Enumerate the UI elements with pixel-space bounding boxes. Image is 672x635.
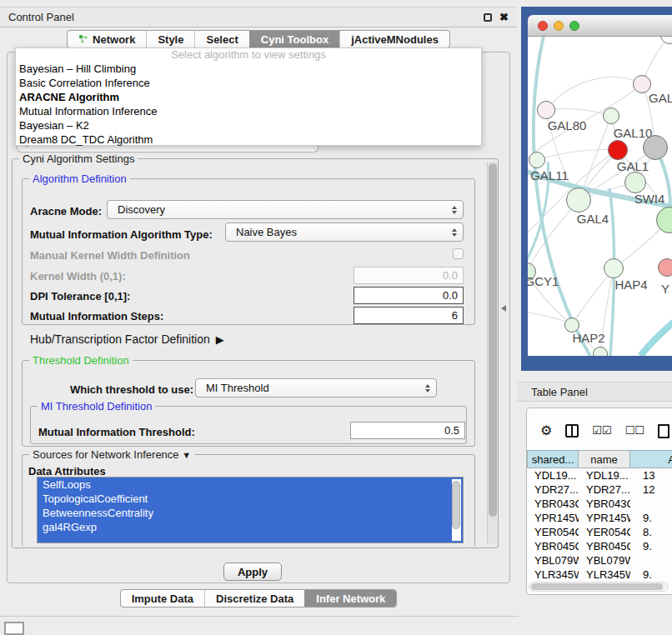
control-panel-title: Control Panel: [0, 11, 74, 23]
network-node-gal1[interactable]: [624, 172, 646, 193]
tab-select[interactable]: Select: [194, 31, 248, 48]
algorithm-option-bayesian-k2[interactable]: Bayesian – K2: [16, 118, 481, 132]
cell: YBR043C: [579, 498, 630, 510]
columns-icon[interactable]: [565, 424, 579, 438]
manual-kernel-checkbox[interactable]: [453, 248, 464, 259]
network-window-titlebar[interactable]: [528, 15, 672, 37]
tab-label: Infer Network: [316, 592, 385, 605]
attribute-list-overflow: [38, 534, 463, 542]
table-row[interactable]: YBR045CYBR045C9.: [527, 539, 672, 553]
splitter-collapse-icon[interactable]: [501, 305, 506, 312]
network-node-gal4[interactable]: [566, 188, 591, 212]
algorithm-option-bayesian-hill-climbing[interactable]: Bayesian – Hill Climbing: [16, 62, 481, 76]
zoom-button[interactable]: [569, 21, 579, 31]
tab-discretize-data[interactable]: Discretize Data: [204, 590, 304, 607]
which-threshold-value: MI Threshold: [206, 382, 269, 394]
dpi-tolerance-input[interactable]: [354, 287, 464, 304]
network-node-y[interactable]: [658, 258, 672, 277]
export-table-icon[interactable]: [658, 424, 669, 438]
deselect-all-icon[interactable]: ☐☐: [625, 424, 644, 438]
attribute-scrollbar-thumb[interactable]: [452, 481, 460, 529]
aracne-mode-select[interactable]: Discovery: [107, 200, 464, 219]
select-all-icon[interactable]: ☑☑: [592, 424, 611, 438]
tab-cyni-toolbox[interactable]: Cyni Toolbox: [249, 31, 339, 48]
table-row[interactable]: YBR043CYBR043C: [527, 497, 672, 511]
kernel-width-input[interactable]: [354, 267, 464, 284]
network-icon: [78, 34, 88, 44]
column-header-name[interactable]: name: [579, 450, 630, 468]
tab-infer-network[interactable]: Infer Network: [304, 590, 396, 607]
settings-scrollbar-thumb[interactable]: [489, 163, 497, 517]
chevron-right-icon: ▶: [216, 333, 224, 346]
close-panel-icon[interactable]: ✖: [499, 13, 509, 22]
cell: YBL079W: [527, 554, 579, 567]
network-canvas[interactable]: GALGAL80GAL10GAL11GAL1GAL4SWI4GCY1HAP4YH…: [528, 37, 672, 356]
algorithm-dropdown-popup: Select algorithm to view settings Bayesi…: [15, 48, 482, 146]
stepper-arrows-icon: [452, 206, 457, 214]
algorithm-definition-title: Algorithm Definition: [29, 172, 130, 185]
table-row[interactable]: YBL079WYBL079W: [527, 553, 672, 568]
tab-label: Network: [93, 33, 135, 46]
attribute-list-scrollbar[interactable]: [452, 479, 461, 541]
network-node-gal10[interactable]: [603, 108, 619, 124]
sources-group-title[interactable]: Sources for Network Inference ▼: [29, 448, 194, 461]
float-panel-icon[interactable]: [484, 13, 492, 22]
tab-style[interactable]: Style: [146, 31, 194, 48]
tab-impute-data[interactable]: Impute Data: [121, 590, 204, 607]
table-row[interactable]: YPR145WYPR145W9.: [527, 511, 672, 525]
table-row[interactable]: YDL19...YDL19...13: [527, 468, 672, 482]
tab-jactivemnodules[interactable]: jActiveMNodules: [339, 31, 449, 48]
attribute-item-betweennesscentrality[interactable]: BetweennessCentrality: [38, 506, 463, 520]
column-header-a[interactable]: A: [630, 450, 672, 468]
attribute-item-topologicalcoefficient[interactable]: TopologicalCoefficient: [38, 492, 463, 506]
mi-steps-input[interactable]: [354, 307, 464, 324]
manual-kernel-label: Manual Kernel Width Definition: [30, 249, 190, 262]
attribute-item-selfloops[interactable]: SelfLoops: [38, 478, 463, 492]
mi-type-select[interactable]: Naive Bayes: [225, 222, 464, 242]
network-node-gal80[interactable]: [537, 101, 555, 119]
network-node[interactable]: [608, 140, 628, 160]
cell: 12: [630, 483, 672, 496]
table-row[interactable]: YDR27...YDR27...12: [527, 482, 672, 497]
which-threshold-select[interactable]: MI Threshold: [195, 378, 437, 398]
apply-button[interactable]: Apply: [223, 562, 282, 581]
cell: YBL079W: [579, 554, 630, 567]
network-node-gal11[interactable]: [529, 152, 545, 168]
bottom-tabbar: Impute DataDiscretize DataInfer Network: [0, 589, 517, 608]
hub-definition-toggle[interactable]: Hub/Transcription Factor Definition ▶: [30, 332, 222, 346]
mi-threshold-input[interactable]: [350, 422, 465, 439]
data-attributes-list[interactable]: SelfLoopsTopologicalCoefficientBetweenne…: [37, 477, 464, 543]
node-label-hap4: HAP4: [614, 278, 647, 292]
cell: YBR045C: [527, 540, 579, 552]
node-label-gcy1: GCY1: [528, 274, 559, 288]
network-node[interactable]: [593, 347, 608, 356]
settings-vertical-scrollbar[interactable]: [487, 162, 498, 543]
node-label-gal1: GAL1: [617, 159, 649, 173]
tab-network[interactable]: Network: [68, 31, 146, 48]
aracne-mode-label: Aracne Mode:: [30, 205, 102, 218]
algorithm-option-mutual-information-inference[interactable]: Mutual Information Inference: [16, 104, 481, 118]
minimize-button[interactable]: [554, 21, 564, 31]
minimized-panel-icon[interactable]: [4, 622, 24, 635]
gear-icon[interactable]: ⚙: [540, 424, 552, 438]
chevron-down-icon: ▼: [182, 450, 191, 460]
attribute-item-gal4rgexp[interactable]: gal4RGexp: [38, 520, 463, 534]
table-row[interactable]: YLR345WYLR345W9.: [527, 568, 672, 581]
close-button[interactable]: [538, 21, 548, 31]
network-node[interactable]: [643, 135, 668, 160]
network-node-hap4[interactable]: [604, 258, 624, 278]
table-horizontal-scrollbar[interactable]: [529, 582, 669, 592]
algorithm-option-aracne-algorithm[interactable]: ARACNE Algorithm: [16, 90, 481, 104]
cell: YER054C: [579, 526, 630, 538]
algorithm-option-basic-correlation-inference[interactable]: Basic Correlation Inference: [16, 76, 481, 90]
column-header-shared[interactable]: shared...: [527, 450, 579, 468]
cyni-algorithm-settings-title: Cyni Algorithm Settings: [19, 152, 138, 165]
aracne-mode-value: Discovery: [118, 203, 165, 216]
cell: YLR345W: [527, 568, 579, 581]
table-header-row: shared...nameA: [527, 450, 672, 468]
mi-threshold-label: Mutual Information Threshold:: [38, 426, 195, 438]
cell: YPR145W: [527, 512, 579, 524]
table-row[interactable]: YER054CYER054C8.: [527, 525, 672, 539]
table-scrollbar-thumb[interactable]: [531, 583, 663, 590]
algorithm-option-dream8-dc-tdc-algorithm[interactable]: Dream8 DC_TDC Algorithm: [16, 132, 481, 147]
